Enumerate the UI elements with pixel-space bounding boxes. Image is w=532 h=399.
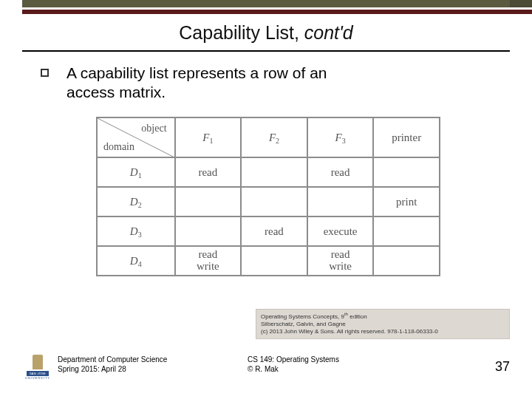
table-row: D3 read execute [97, 216, 440, 246]
row-d4-label: D4 [97, 246, 175, 276]
top-bar-olive [22, 0, 510, 7]
cell-d2-f1 [175, 187, 242, 216]
access-matrix-table: object domain F1 F2 F3 printer D1 read r… [96, 117, 440, 276]
body-text: A capability list represents a row of an… [66, 64, 362, 103]
title-underline [22, 50, 510, 52]
cell-d1-f1: read [175, 157, 242, 187]
cell-d2-f3 [307, 187, 374, 216]
cell-d1-f2 [241, 157, 307, 187]
cell-d3-f2: read [241, 216, 307, 246]
footer-course: CS 149: Operating Systems [248, 355, 339, 364]
footer-author: © R. Mak [248, 364, 339, 374]
cell-d2-f2 [241, 187, 307, 216]
header-f1: F1 [175, 117, 242, 157]
cell-d1-f3: read [307, 157, 374, 187]
header-domain-label: domain [103, 141, 134, 153]
header-f3: F3 [307, 117, 374, 157]
table-row: D1 read read [97, 157, 440, 187]
footer-center: CS 149: Operating Systems © R. Mak [248, 355, 339, 374]
footer-term: Spring 2015: April 28 [58, 364, 167, 374]
top-bar-maroon [22, 10, 532, 14]
row-d2-label: D2 [97, 187, 175, 216]
sjsu-logo-icon: SAN JOSE STATE UNIVERSITY [27, 355, 49, 380]
slide-title: Capability List, cont'd [0, 22, 532, 44]
header-f2: F2 [241, 117, 307, 157]
cell-d3-printer [373, 216, 440, 246]
citation-line1: Operating Systems Concepts, 9th edition [261, 312, 505, 321]
cell-d1-printer [373, 157, 440, 187]
cell-d4-printer [373, 246, 440, 276]
citation-line3: (c) 2013 John Wiley & Sons. All rights r… [261, 328, 505, 335]
slide-top-bars [0, 0, 532, 16]
logo-university: UNIVERSITY [25, 376, 50, 380]
citation-box: Operating Systems Concepts, 9th edition … [256, 309, 510, 339]
table-row: D2 print [97, 187, 440, 216]
row-d1-label: D1 [97, 157, 175, 187]
page-number: 37 [495, 359, 510, 375]
cell-d4-f1: readwrite [175, 246, 242, 276]
table-row: D4 readwrite readwrite [97, 246, 440, 276]
citation-line2: Silberschatz, Galvin, and Gagne [261, 321, 505, 328]
top-bar-olive-tab [510, 0, 532, 7]
cell-d2-printer: print [373, 187, 440, 216]
footer: SAN JOSE STATE UNIVERSITY Department of … [0, 355, 532, 392]
header-split-cell: object domain [97, 117, 175, 157]
header-printer: printer [373, 117, 440, 157]
slide-title-main: Capability List, [179, 22, 304, 43]
header-object-label: object [141, 123, 166, 134]
row-d3-label: D3 [97, 216, 175, 246]
cell-d3-f1 [175, 216, 242, 246]
footer-dept: Department of Computer Science [58, 355, 167, 364]
cell-d4-f2 [241, 246, 307, 276]
slide-title-contd: cont'd [304, 22, 353, 43]
bullet-square-icon [41, 69, 49, 77]
table-header-row: object domain F1 F2 F3 printer [97, 117, 440, 157]
footer-left: Department of Computer Science Spring 20… [58, 355, 167, 374]
cell-d4-f3: readwrite [307, 246, 374, 276]
cell-d3-f3: execute [307, 216, 374, 246]
